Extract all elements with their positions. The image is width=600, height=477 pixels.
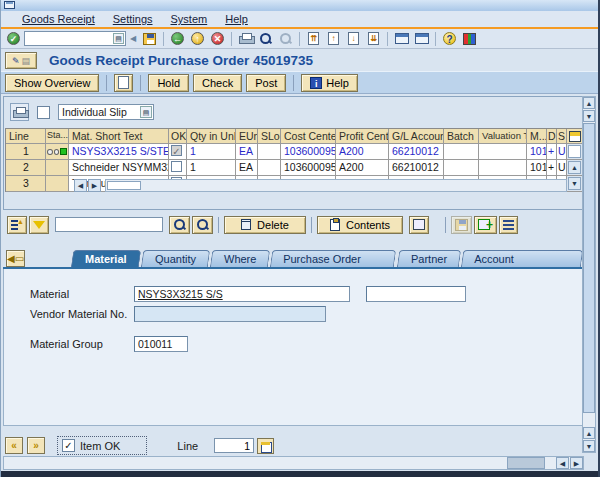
- col-header-cost-center[interactable]: Cost Center: [281, 129, 336, 144]
- print-button[interactable]: [236, 30, 255, 48]
- next-item-button[interactable]: »: [27, 437, 45, 454]
- cell-d[interactable]: +: [547, 144, 557, 160]
- previous-page-button[interactable]: ↑: [324, 30, 343, 48]
- material-extra-field[interactable]: [366, 286, 466, 302]
- show-overview-button[interactable]: Show Overview: [5, 74, 99, 92]
- tab-quantity[interactable]: Quantity: [141, 250, 210, 268]
- cell-ok[interactable]: ✓: [169, 144, 187, 160]
- first-page-button[interactable]: ⇈: [304, 30, 323, 48]
- table-scroll-right-icon[interactable]: ▶: [88, 179, 101, 192]
- cell-m[interactable]: 101: [527, 144, 547, 160]
- filter-button[interactable]: [29, 216, 49, 234]
- scroll-left-icon[interactable]: ◀: [556, 457, 569, 469]
- col-header-s[interactable]: S: [557, 129, 567, 144]
- scroll-down-icon[interactable]: ▼: [583, 440, 595, 452]
- material-field[interactable]: NSYS3X3215 S/S: [134, 286, 350, 302]
- scroll-up-icon[interactable]: ▲: [583, 97, 595, 109]
- help-button[interactable]: iHelp: [301, 74, 358, 92]
- print-slip-button[interactable]: [10, 103, 29, 121]
- cell-line[interactable]: 2: [6, 160, 46, 176]
- ok-checkbox[interactable]: [171, 161, 182, 172]
- back-button[interactable]: ←: [168, 30, 187, 48]
- cell-valuation-type[interactable]: [479, 160, 527, 176]
- grid-configuration-button[interactable]: [409, 216, 429, 234]
- cell-batch[interactable]: [444, 144, 479, 160]
- hold-button[interactable]: Hold: [148, 74, 189, 92]
- col-header-line[interactable]: Line: [6, 129, 46, 144]
- tab-where[interactable]: Where: [210, 250, 271, 268]
- table-row[interactable]: 2 Schneider NSYMM32 1 EA 103600095 A200 …: [6, 160, 583, 176]
- previous-item-button[interactable]: «: [5, 437, 23, 454]
- insert-line-button[interactable]: +: [474, 216, 497, 234]
- cell-ok[interactable]: [169, 160, 187, 176]
- collapse-toolbar-icon[interactable]: ◀: [127, 30, 139, 48]
- tab-material[interactable]: Material: [71, 250, 141, 268]
- scroll-down-icon[interactable]: ▼: [583, 110, 595, 122]
- sort-ascending-button[interactable]: [7, 216, 27, 234]
- scroll-right-icon[interactable]: ▶: [570, 457, 583, 469]
- table-horizontal-scrollbar[interactable]: ◀ ▶: [74, 179, 567, 192]
- cell-qty[interactable]: 1: [187, 144, 236, 160]
- grid-config-corner[interactable]: [567, 129, 583, 144]
- cell-gl-account[interactable]: 66210012: [389, 160, 444, 176]
- vendor-material-field[interactable]: [134, 306, 326, 322]
- find-next-entry-button[interactable]: [192, 216, 213, 234]
- contents-button[interactable]: Contents: [317, 216, 403, 234]
- page-vertical-scrollbar[interactable]: ▲ ▼ ▲ ▼: [582, 96, 596, 453]
- cell-cost-center[interactable]: 103600095: [281, 160, 336, 176]
- cell-s[interactable]: U: [557, 160, 567, 176]
- create-shortcut-button[interactable]: [412, 30, 431, 48]
- col-header-gl-account[interactable]: G/L Account: [389, 129, 444, 144]
- check-button[interactable]: Check: [193, 74, 242, 92]
- line-input[interactable]: [214, 438, 254, 453]
- table-row[interactable]: 1 NSYS3X3215 S/STEEL ✓ 1 EA 103600095 A2…: [6, 144, 583, 160]
- col-header-m[interactable]: M...: [527, 129, 547, 144]
- table-scrollbar[interactable]: [567, 144, 583, 160]
- table-hscroll-track[interactable]: [105, 179, 567, 192]
- item-detail-button[interactable]: [257, 438, 274, 454]
- table-scrollbar[interactable]: ▲: [567, 160, 583, 176]
- material-group-field[interactable]: 010011: [134, 336, 188, 352]
- close-detail-button[interactable]: ◀▭: [6, 250, 25, 267]
- col-header-status[interactable]: Sta...: [46, 129, 69, 144]
- cell-eun[interactable]: EA: [236, 160, 258, 176]
- col-header-mat-short-text[interactable]: Mat. Short Text: [69, 129, 169, 144]
- vertical-scroll-thumb[interactable]: [583, 123, 595, 413]
- table-scroll-down-icon[interactable]: ▼: [568, 177, 581, 190]
- cancel-button[interactable]: ✕: [208, 30, 227, 48]
- col-header-sloc[interactable]: SLoc: [258, 129, 281, 144]
- cell-line[interactable]: 3: [6, 176, 46, 192]
- col-header-batch[interactable]: Batch: [444, 129, 479, 144]
- command-input[interactable]: [24, 31, 126, 46]
- horizontal-scroll-thumb[interactable]: [507, 457, 545, 469]
- personal-settings-button[interactable]: [499, 216, 518, 234]
- save-button[interactable]: [140, 30, 159, 48]
- cell-sloc[interactable]: [258, 160, 281, 176]
- col-header-d[interactable]: D: [547, 129, 557, 144]
- command-dropdown-icon[interactable]: ▤: [113, 33, 124, 44]
- find-next-button[interactable]: [276, 30, 295, 48]
- enter-button[interactable]: ✓: [4, 30, 23, 48]
- display-change-button[interactable]: ✎▤: [5, 52, 37, 69]
- cell-mat-short-text[interactable]: Schneider NSYMM32: [69, 160, 169, 176]
- menu-system[interactable]: System: [162, 13, 217, 25]
- cell-sloc[interactable]: [258, 144, 281, 160]
- tab-partner[interactable]: Partner: [396, 250, 461, 268]
- ok-checkbox[interactable]: ✓: [171, 145, 182, 156]
- table-scroll-thumb[interactable]: [568, 145, 581, 158]
- delete-button[interactable]: Delete: [224, 216, 306, 234]
- table-scroll-up-icon[interactable]: ▲: [568, 161, 581, 174]
- menu-settings[interactable]: Settings: [104, 13, 162, 25]
- menu-goods-receipt[interactable]: Goods Receipt: [13, 13, 104, 25]
- cell-profit-center[interactable]: A200: [336, 160, 389, 176]
- new-document-button[interactable]: .: [114, 74, 133, 92]
- cell-qty[interactable]: 1: [187, 160, 236, 176]
- tab-account-assignment[interactable]: Account Assignment: [461, 250, 584, 268]
- last-page-button[interactable]: ⇊: [364, 30, 383, 48]
- find-entry-button[interactable]: [169, 216, 190, 234]
- post-button[interactable]: Post: [246, 74, 286, 92]
- cell-eun[interactable]: EA: [236, 144, 258, 160]
- col-header-qty[interactable]: Qty in UnE: [187, 129, 236, 144]
- cell-cost-center[interactable]: 103600095: [281, 144, 336, 160]
- col-header-profit-center[interactable]: Profit Center: [336, 129, 389, 144]
